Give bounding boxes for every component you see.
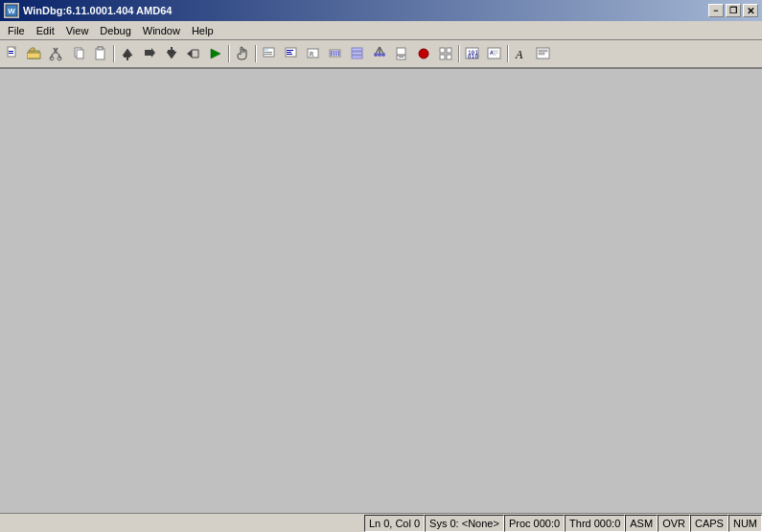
svg-rect-16 bbox=[77, 50, 83, 58]
menu-window[interactable]: Window bbox=[137, 21, 186, 39]
svg-rect-31 bbox=[265, 49, 268, 51]
svg-rect-45 bbox=[338, 51, 339, 56]
svg-text:A: A bbox=[515, 48, 523, 61]
threads-button[interactable] bbox=[369, 43, 390, 64]
svg-marker-28 bbox=[187, 50, 192, 58]
svg-rect-8 bbox=[27, 53, 40, 58]
menu-view[interactable]: View bbox=[60, 21, 95, 39]
svg-marker-23 bbox=[145, 48, 155, 58]
svg-rect-62 bbox=[447, 55, 451, 59]
locals-button[interactable] bbox=[281, 43, 302, 64]
svg-point-52 bbox=[374, 53, 378, 57]
source-button[interactable]: A bbox=[484, 43, 505, 64]
svg-rect-61 bbox=[440, 55, 445, 59]
svg-point-53 bbox=[378, 53, 381, 57]
status-caps: CAPS bbox=[690, 515, 728, 532]
breakpoints-button[interactable] bbox=[413, 43, 434, 64]
app-icon: W bbox=[4, 3, 19, 18]
svg-marker-29 bbox=[211, 49, 220, 58]
svg-marker-7 bbox=[29, 48, 35, 51]
minimize-button[interactable]: − bbox=[708, 4, 724, 17]
svg-rect-74 bbox=[539, 53, 544, 55]
svg-rect-32 bbox=[265, 52, 272, 53]
options-button[interactable] bbox=[533, 43, 554, 64]
svg-rect-37 bbox=[287, 54, 292, 55]
registers-button[interactable]: R bbox=[303, 43, 324, 64]
status-bar: Ln 0, Col 0 Sys 0: <None> Proc 000:0 Thr… bbox=[0, 513, 762, 532]
processes-button[interactable] bbox=[391, 43, 412, 64]
svg-rect-35 bbox=[287, 50, 293, 51]
stack-button[interactable] bbox=[347, 43, 368, 64]
title-controls: − ❐ ✕ bbox=[708, 4, 758, 17]
step-over-button[interactable] bbox=[139, 43, 160, 64]
paste-button[interactable] bbox=[90, 43, 111, 64]
close-button[interactable]: ✕ bbox=[743, 4, 758, 17]
svg-rect-4 bbox=[9, 51, 13, 52]
menu-help[interactable]: Help bbox=[186, 21, 219, 39]
svg-marker-27 bbox=[192, 50, 198, 58]
svg-rect-5 bbox=[9, 53, 13, 54]
copy-button[interactable] bbox=[68, 43, 89, 64]
status-proc: Proc 000:0 bbox=[504, 515, 565, 532]
separator-1 bbox=[112, 43, 116, 64]
status-asm: ASM bbox=[625, 515, 658, 532]
svg-rect-46 bbox=[352, 48, 362, 51]
svg-text:010: 010 bbox=[468, 53, 478, 59]
cut-button[interactable] bbox=[46, 43, 67, 64]
svg-rect-33 bbox=[265, 54, 272, 55]
watch-button[interactable] bbox=[259, 43, 280, 64]
separator-4 bbox=[457, 43, 461, 64]
step-into-button[interactable] bbox=[161, 43, 182, 64]
svg-point-54 bbox=[381, 53, 385, 57]
menu-bar: File Edit View Debug Window Help bbox=[0, 21, 762, 40]
window-title: WinDbg:6.11.0001.404 AMD64 bbox=[23, 5, 172, 16]
svg-rect-55 bbox=[397, 48, 405, 55]
svg-rect-36 bbox=[287, 52, 291, 53]
restore-button[interactable]: ❐ bbox=[726, 4, 741, 17]
svg-rect-73 bbox=[539, 50, 547, 52]
toolbar: R 101010 A A bbox=[0, 40, 762, 69]
svg-rect-21 bbox=[124, 56, 130, 58]
svg-text:W: W bbox=[8, 7, 15, 15]
hand-button[interactable] bbox=[232, 43, 253, 64]
menu-file[interactable]: File bbox=[2, 21, 31, 39]
status-sys: Sys 0: <None> bbox=[425, 515, 504, 532]
open-button[interactable] bbox=[24, 43, 45, 64]
svg-rect-19 bbox=[98, 47, 103, 50]
svg-rect-25 bbox=[168, 50, 174, 52]
step-out-button[interactable] bbox=[117, 43, 138, 64]
menu-edit[interactable]: Edit bbox=[31, 21, 60, 39]
title-bar: W WinDbg:6.11.0001.404 AMD64 − ❐ ✕ bbox=[0, 0, 762, 21]
svg-rect-47 bbox=[352, 52, 362, 55]
status-num: NUM bbox=[728, 515, 762, 532]
svg-rect-18 bbox=[96, 49, 104, 59]
svg-rect-60 bbox=[447, 48, 451, 53]
disasm-button[interactable]: 101010 bbox=[462, 43, 483, 64]
separator-2 bbox=[227, 43, 231, 64]
menu-debug[interactable]: Debug bbox=[94, 21, 136, 39]
svg-rect-59 bbox=[440, 48, 445, 53]
memory-button[interactable] bbox=[325, 43, 346, 64]
svg-rect-41 bbox=[331, 51, 332, 56]
title-bar-left: W WinDbg:6.11.0001.404 AMD64 bbox=[4, 3, 172, 18]
separator-5 bbox=[506, 43, 510, 64]
new-button[interactable] bbox=[2, 43, 23, 64]
svg-rect-42 bbox=[333, 51, 334, 56]
go-button[interactable] bbox=[205, 43, 226, 64]
svg-rect-43 bbox=[335, 51, 335, 56]
svg-rect-44 bbox=[336, 51, 337, 56]
modules-button[interactable] bbox=[435, 43, 456, 64]
status-thrd: Thrd 000:0 bbox=[565, 515, 625, 532]
separator-3 bbox=[254, 43, 258, 64]
status-ovr: OVR bbox=[658, 515, 690, 532]
font-button[interactable]: A bbox=[511, 43, 532, 64]
svg-rect-57 bbox=[399, 57, 404, 58]
step-back-button[interactable] bbox=[183, 43, 204, 64]
svg-point-58 bbox=[419, 49, 428, 58]
main-content bbox=[0, 69, 762, 513]
svg-marker-20 bbox=[123, 49, 132, 56]
status-position: Ln 0, Col 0 bbox=[364, 515, 425, 532]
svg-rect-48 bbox=[352, 56, 362, 58]
svg-marker-24 bbox=[167, 52, 176, 58]
